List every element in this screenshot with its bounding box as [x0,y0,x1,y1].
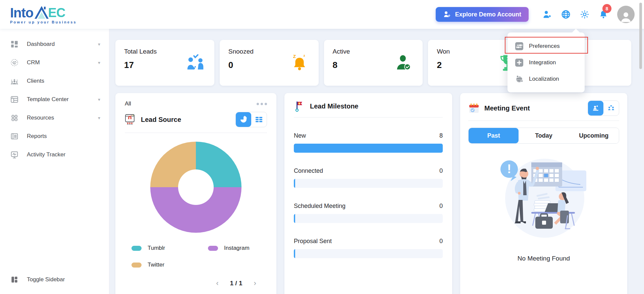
chevron-down-icon: ▾ [98,115,100,121]
person-check-icon [393,53,414,73]
lead-source-view-toggle [235,112,267,127]
lead-milestone-title: Lead Milestone [310,102,443,110]
logo-tagline: Power up your Business [10,20,77,24]
stat-card-active[interactable]: Active 8 [324,40,423,86]
sidebar: Dashboard ▾ CRM ▾ Clients [0,29,109,294]
sidebar-item-clients[interactable]: Clients [0,72,109,90]
sidebar-item-label: Reports [27,133,100,140]
user-switch-icon [443,10,451,18]
template-window-icon [10,95,19,104]
lead-source-donut[interactable] [150,142,241,233]
milestone-value: 0 [439,238,443,245]
meeting-calendar-icon [468,102,480,114]
meeting-discussion-view-button[interactable] [603,101,619,116]
milestone-label: Proposal Sent [294,238,332,245]
sidebar-item-activity-tracker[interactable]: Activity Tracker [0,145,109,164]
no-meeting-text: No Meeting Found [468,255,619,262]
tab-past[interactable]: Past [469,128,519,143]
stat-card-snoozed[interactable]: Snoozed 0 Z z [220,40,319,86]
vertical-scrollbar[interactable] [639,3,642,69]
donut-hole [178,169,214,205]
meeting-event-title: Meeting Event [484,104,588,112]
table-view-button[interactable] [251,112,267,127]
milestone-row: Proposal Sent 0 [294,238,443,258]
legend-item[interactable]: Twitter [131,262,208,268]
pagination-prev-icon[interactable]: ‹ [216,280,218,287]
more-options-icon[interactable] [257,103,267,105]
meeting-presenter-icon [592,104,599,112]
chevron-down-icon: ▾ [98,97,100,102]
milestone-row: Connected 0 [294,167,443,188]
report-list-icon [10,132,19,141]
settings-gear-icon[interactable] [580,9,590,19]
sidebar-item-label: Template Center [27,96,98,103]
globe-icon[interactable] [561,9,571,19]
user-add-icon[interactable] [542,9,552,19]
explore-demo-button[interactable]: Explore Demo Account [436,7,529,22]
clients-group-icon [10,77,19,85]
toggle-sidebar-icon [10,275,19,284]
milestone-value: 0 [439,167,443,174]
pie-chart-icon [240,116,247,123]
milestone-label: Connected [294,167,323,174]
lead-source-title: Lead Source [141,116,235,124]
tab-today[interactable]: Today [519,128,569,143]
menu-item-localization[interactable]: Localization [507,71,585,87]
lead-source-filter[interactable]: All [125,100,131,107]
sliders-icon [515,42,524,51]
sidebar-item-template-center[interactable]: Template Center ▾ [0,90,109,108]
legend-label: Instagram [224,245,250,251]
milestone-value: 0 [439,203,443,210]
meeting-list-view-button[interactable] [588,101,603,116]
globe-pins-icon [515,75,524,83]
settings-dropdown: Preferences Integration Localization [507,32,585,92]
activity-monitor-icon [10,150,19,159]
logo-text-primary: Into [10,6,33,19]
menu-item-label: Integration [529,59,556,66]
lead-source-card: All Lead Source [115,93,276,294]
menu-item-preferences[interactable]: Preferences [507,38,585,54]
milestone-flag-icon [294,100,305,112]
milestone-label: New [294,132,306,139]
pagination-text: 1 / 1 [230,280,243,287]
lead-source-legend: Tumblr Instagram Twitter [131,245,267,268]
meeting-view-toggle [588,100,619,116]
milestone-row: Scheduled Meeting 0 [294,203,443,223]
toggle-sidebar-button[interactable]: Toggle Sidebar [0,271,109,288]
milestone-bar[interactable] [294,249,443,258]
legend-item[interactable]: Tumblr [131,245,208,251]
pie-chart-view-button[interactable] [236,112,251,127]
dashboard-tiles-icon [10,40,19,49]
svg-text:Z: Z [293,54,296,59]
two-people-chat-icon [607,104,615,112]
logo: Into EC Power up your Business [10,5,77,24]
snooze-bell-icon: Z z [289,53,310,73]
sidebar-item-crm[interactable]: CRM ▾ [0,53,109,72]
meeting-tabs: Past Today Upcoming [468,128,619,144]
chevron-down-icon: ▾ [98,42,100,47]
tab-upcoming[interactable]: Upcoming [569,128,619,143]
no-meeting-state: ! [468,150,619,262]
notification-bell-icon[interactable]: 8 [598,9,608,19]
table-icon [255,116,263,123]
stat-card-total-leads[interactable]: Total Leads 17 [115,40,214,86]
milestone-bar[interactable] [294,179,443,188]
milestone-bar[interactable] [294,144,443,153]
explore-demo-label: Explore Demo Account [455,11,521,18]
chevron-down-icon: ▾ [98,60,100,65]
pagination-next-icon[interactable]: › [254,280,256,287]
sidebar-item-resources[interactable]: Resources ▾ [0,108,109,127]
sidebar-item-label: CRM [27,59,98,66]
sidebar-item-label: Activity Tracker [27,151,100,158]
menu-item-label: Localization [529,76,559,82]
logo-text-secondary: EC [48,6,65,19]
sidebar-item-dashboard[interactable]: Dashboard ▾ [0,35,109,53]
sidebar-item-reports[interactable]: Reports [0,127,109,145]
toggle-sidebar-label: Toggle Sidebar [27,276,99,283]
milestone-bar[interactable] [294,214,443,223]
legend-item[interactable]: Instagram [208,245,267,251]
meeting-event-card: Meeting Event [460,93,627,294]
menu-item-integration[interactable]: Integration [507,54,585,71]
milestone-row: New 8 [294,132,443,153]
avatar[interactable] [617,6,635,23]
